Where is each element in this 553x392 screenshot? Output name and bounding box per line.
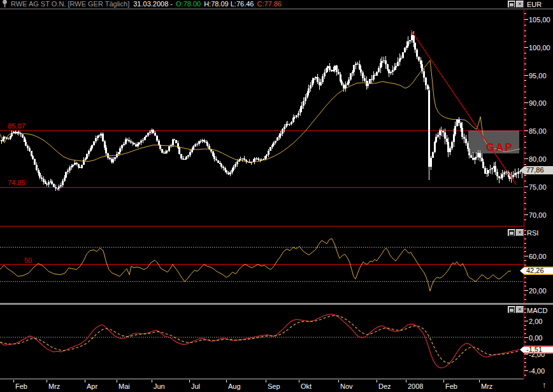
rsi-mid-label: 50 [24,256,32,264]
down-trend-line [411,31,516,185]
macd-line [0,314,519,368]
svg-text:105,00: 105,00 [529,16,550,24]
axes-layer: 70,0075,0080,0085,0090,0095,00100,00105,… [0,9,553,379]
svg-text:60,00: 60,00 [529,253,547,260]
price-panel: GAP85.0774.85 [0,31,523,191]
macd-signal-line [0,316,519,363]
maximize-button[interactable] [508,229,515,236]
svg-text:90,00: 90,00 [529,99,547,107]
close-icon: × [518,307,521,312]
svg-text:20,00: 20,00 [529,287,547,295]
main-panel-window-buttons: × [508,1,524,8]
svg-text:70,00: 70,00 [529,211,547,219]
svg-text:Okt: Okt [301,382,312,390]
close-button[interactable]: × [516,306,524,313]
svg-text:100,00: 100,00 [529,44,550,52]
close-icon: × [518,230,521,235]
svg-text:Mrz: Mrz [48,382,60,390]
macd-panel-window-buttons: × [508,306,524,313]
svg-text:Jun: Jun [154,382,165,390]
price-rsi-macd-chart[interactable]: 70,0075,0080,0085,0090,0095,00100,00105,… [0,0,553,392]
quote-open: O:78.00 [176,0,201,8]
svg-text:Dez: Dez [378,382,391,390]
maximize-button[interactable] [508,306,515,313]
svg-text:-4,00: -4,00 [529,367,545,375]
rsi-panel-window-buttons: × [508,229,524,236]
svg-text:Feb: Feb [445,382,457,390]
maximize-icon [509,307,514,312]
macd-axis-label: MACD [527,307,547,314]
scroll-up-icon[interactable]: ↑ [542,380,547,389]
svg-text:0,00: 0,00 [529,334,542,342]
svg-text:80,00: 80,00 [529,155,547,163]
svg-text:85,00: 85,00 [529,127,547,135]
macd-panel [0,314,523,368]
time-axis: FebMrzAprMaiJunJulAugSepOktNovDez2008Feb… [14,380,493,390]
maximize-icon [509,2,514,7]
rsi-panel: 50 [0,239,523,291]
svg-text:Mai: Mai [118,382,130,390]
svg-text:Feb: Feb [15,382,27,390]
maximize-button[interactable] [508,1,515,8]
quote-close: C:77.86 [257,0,282,8]
svg-text:75,00: 75,00 [529,183,547,191]
svg-text:85.07: 85.07 [8,122,25,130]
svg-text:Mrz: Mrz [481,382,492,390]
svg-text:Apr: Apr [87,382,97,390]
main-axis-label: EUR [527,1,542,8]
candle-bodies [1,35,523,189]
svg-text:95,00: 95,00 [529,72,547,80]
close-button[interactable]: × [516,1,524,8]
maximize-icon [509,230,514,235]
quote-date: 31.03.2008 - [133,0,173,8]
svg-text:Jul: Jul [191,382,200,390]
candle-wicks [2,31,522,191]
svg-text:74.85: 74.85 [8,179,25,186]
close-button[interactable]: × [516,229,524,236]
svg-text:2008: 2008 [408,382,423,390]
rsi-line [0,239,511,291]
macd-value-badge: -1,51 [520,346,553,354]
pushpin-icon [1,0,8,10]
svg-text:2,00: 2,00 [529,318,542,325]
window-titlebar[interactable]: RWE AG ST O.N. [RWE GER Täglich] 31.03.2… [0,0,553,10]
rsi-value-badge: 42,26 [520,267,553,275]
quote-high-low: H:78.09 L:76.46 [204,0,254,8]
svg-text:Nov: Nov [340,382,353,390]
instrument-title: RWE AG ST O.N. [RWE GER Täglich] [11,0,129,8]
close-icon: × [518,1,521,7]
svg-text:Sep: Sep [268,382,280,390]
chart-window: 70,0075,0080,0085,0090,0095,00100,00105,… [0,0,553,392]
last-price-badge: 77,86 [520,166,553,174]
rsi-axis-label: RSI [527,229,538,237]
svg-text:Aug: Aug [228,382,241,390]
